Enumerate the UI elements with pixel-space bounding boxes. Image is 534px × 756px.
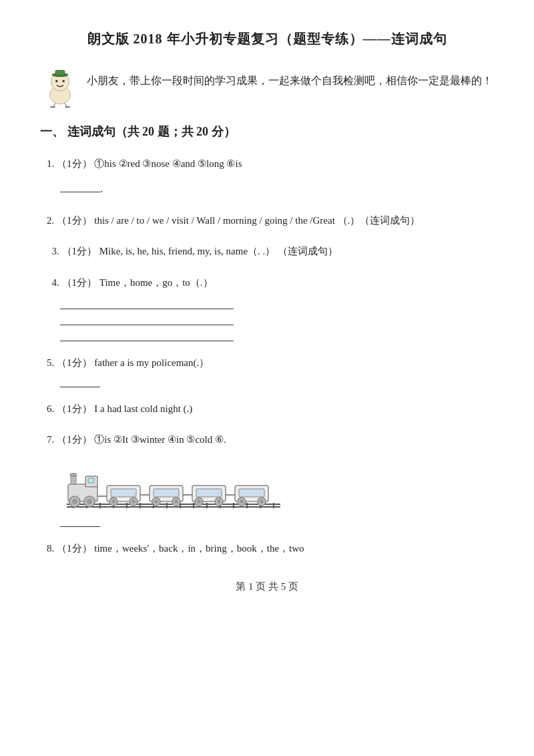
q4-id: 4 xyxy=(52,277,57,288)
q6-score: （1分） xyxy=(57,403,92,414)
q8-score: （1分） xyxy=(57,543,92,554)
svg-point-5 xyxy=(62,80,64,82)
train-illustration xyxy=(60,456,494,510)
question-1: 1. （1分） ①his ②red ③nose ④and ⑤long ⑥is . xyxy=(40,154,494,198)
q1-id: 1 xyxy=(47,158,52,169)
question-8: 8. （1分） time，weeks'，back，in，bring，book，t… xyxy=(40,539,494,558)
q1-content: ①his ②red ③nose ④and ⑤long ⑥is xyxy=(94,158,242,169)
train-svg xyxy=(60,456,287,510)
question-4: 4. （1分） Time，home，go，to（.） xyxy=(40,273,494,342)
svg-point-9 xyxy=(65,106,71,108)
page-footer: 第 1 页 共 5 页 xyxy=(40,578,494,596)
svg-point-8 xyxy=(50,106,56,108)
question-7: 7. （1分） ①is ②It ③winter ④in ⑤cold ⑥. xyxy=(40,430,494,527)
svg-point-57 xyxy=(217,500,221,504)
mascot-icon xyxy=(40,67,80,108)
q4-content: Time，home，go，to（.） xyxy=(99,277,213,288)
svg-point-55 xyxy=(197,500,201,504)
svg-point-34 xyxy=(72,499,77,504)
svg-point-64 xyxy=(260,500,264,504)
questions-container: 1. （1分） ①his ②red ③nose ④and ⑤long ⑥is .… xyxy=(40,154,494,558)
q4-line-1 xyxy=(60,296,234,309)
svg-point-48 xyxy=(154,500,158,504)
svg-rect-39 xyxy=(111,489,136,497)
q7-content: ①is ②It ③winter ④in ⑤cold ⑥. xyxy=(94,434,226,445)
q3-content: Mike, is, he, his, friend, my, is, name（… xyxy=(99,246,338,256)
q2-score: （1分） xyxy=(57,215,92,226)
svg-rect-53 xyxy=(196,489,222,497)
q5-short-line xyxy=(60,375,100,387)
q1-answer-line xyxy=(60,180,100,192)
q7-score: （1分） xyxy=(57,434,92,445)
question-5: 5. （1分） father a is my policeman(.） xyxy=(40,353,494,387)
svg-point-41 xyxy=(111,500,115,504)
q1-score: （1分） xyxy=(57,158,92,169)
svg-rect-32 xyxy=(88,478,94,483)
svg-point-31 xyxy=(70,473,77,476)
q3-id: 3 xyxy=(52,246,57,256)
intro-text: 小朋友，带上你一段时间的学习成果，一起来做个自我检测吧，相信你一定是最棒的！ xyxy=(87,71,493,91)
q8-content: time，weeks'，back，in，bring，book，the，two xyxy=(94,543,304,554)
section-title: 一、 连词成句（共 20 题；共 20 分） xyxy=(40,121,494,142)
q5-id: 5 xyxy=(47,357,52,368)
q4-score: （1分） xyxy=(62,277,97,288)
q6-id: 6 xyxy=(47,403,52,414)
question-6: 6. （1分） I a had last cold night (.) xyxy=(40,399,494,419)
page-title: 朗文版 2018 年小升初专题复习（题型专练）——连词成句 xyxy=(40,27,494,51)
svg-rect-46 xyxy=(154,489,179,497)
q7-short-line xyxy=(60,515,100,527)
q2-id: 2 xyxy=(47,215,52,226)
svg-point-50 xyxy=(174,500,178,504)
q4-line-3 xyxy=(60,328,234,341)
question-3: 3. （1分） Mike, is, he, his, friend, my, i… xyxy=(40,242,494,261)
svg-point-4 xyxy=(55,80,57,82)
svg-point-36 xyxy=(87,499,92,504)
svg-point-43 xyxy=(131,500,136,504)
q5-content: father a is my policeman(.） xyxy=(94,357,209,368)
intro-section: 小朋友，带上你一段时间的学习成果，一起来做个自我检测吧，相信你一定是最棒的！ xyxy=(40,71,494,108)
svg-point-62 xyxy=(240,500,244,504)
q7-id: 7 xyxy=(47,434,52,445)
q6-content: I a had last cold night (.) xyxy=(94,403,192,414)
svg-rect-3 xyxy=(55,70,65,76)
q4-answer-lines xyxy=(60,296,494,341)
q5-score: （1分） xyxy=(57,357,92,368)
q3-score: （1分） xyxy=(62,246,97,256)
q4-line-2 xyxy=(60,312,234,325)
q8-id: 8 xyxy=(47,543,52,554)
question-2: 2. （1分） this / are / to / we / visit / W… xyxy=(40,211,494,230)
q2-content: this / are / to / we / visit / Wall / mo… xyxy=(94,215,420,226)
svg-rect-60 xyxy=(239,489,264,497)
